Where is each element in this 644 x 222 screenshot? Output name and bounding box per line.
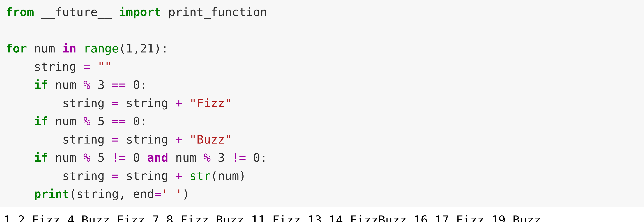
number-0: 0 — [126, 114, 140, 128]
number-1: 1 — [126, 42, 133, 55]
number-0: 0 — [246, 151, 260, 164]
colon: : — [260, 151, 267, 164]
output-text: 1 2 Fizz 4 Buzz Fizz 7 8 Fizz Buzz 11 Fi… — [4, 211, 640, 222]
number-0: 0 — [126, 151, 147, 164]
module-future: __future__ — [34, 5, 119, 19]
indent — [6, 133, 62, 146]
var-string: string — [62, 133, 112, 146]
number-5: 5 — [90, 114, 112, 128]
kw-if: if — [34, 78, 48, 92]
op-plus: + — [175, 169, 182, 183]
kw-import: import — [119, 5, 161, 19]
op-assign: = — [84, 60, 90, 74]
print-args: (string, end — [69, 187, 154, 201]
number-21: 21 — [140, 42, 154, 55]
string-fizz: "Fizz" — [190, 96, 232, 110]
var-string: string — [62, 96, 112, 110]
code-cell: from __future__ import print_function fo… — [0, 0, 644, 207]
notebook-page: from __future__ import print_function fo… — [0, 0, 644, 222]
string-space: ' ' — [161, 187, 182, 201]
op-plus: + — [175, 96, 182, 110]
indent — [6, 114, 34, 128]
op-mod: % — [84, 78, 90, 92]
op-assign: = — [112, 169, 119, 183]
op-ne: != — [232, 151, 246, 164]
op-eq: == — [112, 114, 126, 128]
indent — [6, 187, 34, 201]
paren-close-colon: ): — [154, 42, 168, 55]
number-3: 3 — [211, 151, 232, 164]
kw-if: if — [34, 151, 48, 164]
kw-if: if — [34, 114, 48, 128]
call-args: (num) — [211, 169, 246, 183]
kw-in: in — [62, 42, 76, 55]
op-eq: == — [112, 78, 126, 92]
indent — [6, 60, 34, 74]
op-assign: = — [112, 96, 119, 110]
op-mod: % — [84, 151, 90, 164]
colon: : — [140, 78, 147, 92]
colon: : — [140, 114, 147, 128]
paren-open: ( — [119, 42, 126, 55]
output-cell: 1 2 Fizz 4 Buzz Fizz 7 8 Fizz Buzz 11 Fi… — [0, 207, 644, 222]
builtin-print: print — [34, 187, 70, 201]
builtin-range: range — [76, 42, 119, 55]
indent — [6, 96, 62, 110]
op-assign: = — [154, 187, 161, 201]
kw-and: and — [147, 151, 168, 164]
loop-var-num: num — [27, 42, 62, 55]
op-assign: = — [112, 133, 119, 146]
number-5: 5 — [90, 151, 112, 164]
op-plus: + — [175, 133, 182, 146]
var-string: string — [62, 169, 112, 183]
var-string: string — [34, 60, 84, 74]
number-0: 0 — [126, 78, 140, 92]
op-mod: % — [204, 151, 211, 164]
number-3: 3 — [90, 78, 112, 92]
op-ne: != — [112, 151, 126, 164]
comma: , — [133, 42, 140, 55]
kw-from: from — [6, 5, 34, 19]
code-block: from __future__ import print_function fo… — [6, 3, 638, 203]
string-buzz: "Buzz" — [190, 133, 232, 146]
string-empty: "" — [98, 60, 112, 74]
indent — [6, 151, 34, 164]
op-mod: % — [84, 114, 90, 128]
kw-for: for — [6, 42, 27, 55]
name-print-function: print_function — [161, 5, 267, 19]
indent — [6, 169, 62, 183]
paren-close: ) — [182, 187, 190, 201]
indent — [6, 78, 34, 92]
builtin-str: str — [190, 169, 211, 183]
